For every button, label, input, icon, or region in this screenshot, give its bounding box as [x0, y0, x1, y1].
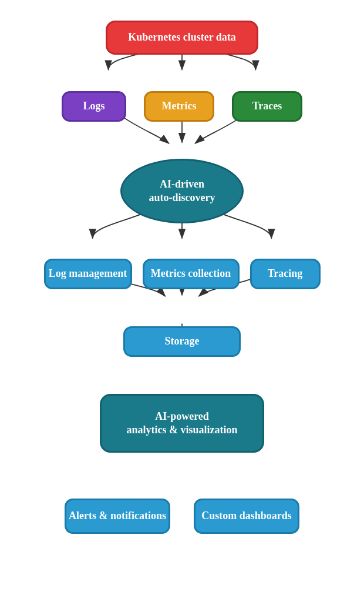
analytics-label: AI-powered analytics & visualization [126, 410, 237, 437]
alerts-label: Alerts & notifications [69, 509, 166, 523]
logs-label: Logs [83, 99, 105, 113]
tracing-label: Tracing [268, 267, 303, 280]
storage-box: Storage [123, 326, 241, 357]
metrics-collection-label: Metrics collection [151, 267, 231, 280]
traces-box: Traces [232, 91, 302, 122]
logs-box: Logs [62, 91, 126, 122]
ai-discovery-label: AI-driven auto-discovery [149, 178, 215, 205]
traces-label: Traces [252, 99, 282, 113]
storage-label: Storage [165, 335, 200, 348]
kubernetes-box: Kubernetes cluster data [106, 21, 258, 55]
alerts-box: Alerts & notifications [65, 499, 170, 534]
analytics-box: AI-powered analytics & visualization [100, 394, 264, 453]
dashboards-label: Custom dashboards [201, 509, 292, 523]
dashboards-box: Custom dashboards [194, 499, 299, 534]
kubernetes-label: Kubernetes cluster data [128, 31, 236, 44]
log-management-label: Log management [49, 267, 127, 280]
log-management-box: Log management [44, 259, 132, 289]
tracing-box: Tracing [250, 259, 321, 289]
metrics-box: Metrics [144, 91, 214, 122]
architecture-diagram: Kubernetes cluster data Logs Metrics Tra… [12, 12, 352, 539]
metrics-collection-box: Metrics collection [143, 259, 240, 289]
metrics-label: Metrics [162, 99, 197, 113]
ai-discovery-box: AI-driven auto-discovery [120, 159, 244, 223]
